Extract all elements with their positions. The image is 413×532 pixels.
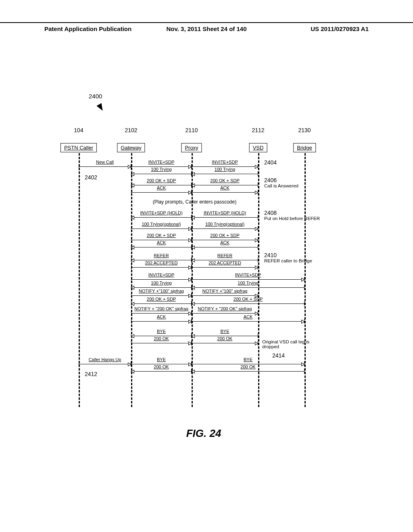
- message-label: 200 OK: [131, 336, 192, 341]
- message-label: BYE: [192, 329, 258, 334]
- message-label: 200 OK + SDP: [131, 233, 192, 238]
- arrow-left-icon: [191, 216, 195, 220]
- reference-number: 2410: [264, 252, 277, 258]
- arrow-right-icon: [255, 227, 259, 231]
- message-label: INVITE+SDP: [192, 160, 258, 164]
- message-label: 100 Trying: [192, 281, 305, 285]
- diagram-ref: 2400: [89, 93, 102, 100]
- message-label: 202 ACCEPTED: [131, 260, 192, 265]
- reference-note: Call is Answered: [264, 183, 298, 188]
- lifeline-head: VSD: [249, 143, 267, 152]
- lane-number: 104: [74, 127, 83, 133]
- reference-note: Original VSD call leg is dropped: [262, 339, 319, 349]
- message-label: 200 OK + SDP: [131, 297, 192, 301]
- message-label: ACK: [131, 185, 192, 190]
- message: 200 OK: [192, 370, 305, 377]
- figure-caption: FIG. 24: [63, 427, 345, 440]
- arrow-left-icon: [131, 172, 134, 176]
- message-label: REFER: [192, 253, 258, 258]
- message-label: INVITE+SDP: [192, 272, 305, 277]
- reference-number: 2412: [85, 371, 97, 377]
- header-left: Patent Application Publication: [0, 25, 152, 32]
- message-label: BYE: [192, 357, 305, 362]
- arrow-right-icon: [255, 191, 259, 195]
- message: ACK: [192, 246, 258, 253]
- message-label: 200 OK: [192, 336, 258, 341]
- message-label: 100 Trying: [131, 167, 192, 172]
- message: ACK: [192, 191, 258, 198]
- message-label: ACK: [192, 314, 305, 319]
- arrow-left-icon: [131, 216, 134, 220]
- inline-note: (Play prompts, Caller enters passcode): [131, 199, 258, 205]
- sequence-diagram: 2400 FIG. 24 104PSTN Caller2102Gateway21…: [63, 73, 345, 415]
- message: 200 OK: [131, 342, 192, 349]
- reference-note: REFER caller to Bridge: [264, 258, 312, 263]
- lane-number: 2130: [298, 127, 311, 133]
- message-label: 100 Trying(optional): [192, 222, 258, 227]
- arrow-right-icon: [255, 266, 259, 270]
- message-label: Caller Hangs Up: [79, 357, 131, 362]
- arrow-right-icon: [255, 341, 259, 345]
- header-right: US 2011/0270923 A1: [261, 25, 413, 32]
- message-label: INVITE+SDP: [131, 160, 192, 164]
- header-mid: Nov. 3, 2011 Sheet 24 of 140: [152, 25, 261, 32]
- lifeline-head: PSTN Caller: [60, 143, 97, 152]
- message: Caller Hangs Up: [79, 363, 131, 370]
- lane-number: 2112: [252, 127, 264, 133]
- message: New Call: [79, 165, 131, 172]
- message: ACK: [192, 320, 305, 327]
- message-label: BYE: [131, 357, 192, 362]
- message-label: 200 OK: [192, 364, 305, 369]
- reference-number: 2406: [264, 177, 277, 183]
- message-label: 200 OK + SDP: [131, 178, 192, 183]
- lane-number: 2110: [185, 127, 198, 133]
- message-label: NOTIFY +"100" sipfrag: [131, 289, 192, 293]
- message-label: 202 ACCEPTED: [192, 260, 258, 265]
- lifeline-head: Gateway: [117, 143, 145, 152]
- reference-number: 2408: [264, 210, 277, 216]
- reference-note: Put on Hold before REFER: [264, 216, 320, 221]
- diagram-ref-arrow: [96, 103, 105, 112]
- message-label: 100 Trying: [192, 167, 258, 172]
- message-label: NOTIFY + "200 OK" sipfrag: [192, 306, 258, 311]
- message: ACK: [131, 191, 192, 198]
- message-label: 100 Trying(optional): [131, 222, 192, 227]
- reference-number: 2404: [264, 159, 277, 166]
- message-label: NOTIFY +"100" sipfrag: [192, 289, 258, 293]
- message-label: ACK: [131, 240, 192, 245]
- reference-number: 2402: [85, 174, 97, 181]
- message-label: 100 Trying: [131, 281, 192, 285]
- arrow-left-icon: [191, 172, 195, 176]
- message-label: BYE: [131, 329, 192, 334]
- message: ACK: [131, 246, 192, 253]
- arrow-left-icon: [191, 302, 195, 306]
- message: 200 OK: [131, 370, 192, 377]
- message-label: REFER: [131, 253, 192, 258]
- message-label: NOTIFY + "200 OK" sipfrag: [131, 306, 192, 311]
- arrow-left-icon: [131, 245, 134, 249]
- arrow-left-icon: [131, 302, 134, 306]
- arrow-left-icon: [191, 370, 195, 374]
- message: 200 OK: [192, 342, 258, 349]
- message: ACK: [131, 320, 192, 327]
- arrow-right-icon: [301, 320, 305, 324]
- message-label: INVITE+SDP (HOLD): [131, 210, 192, 215]
- arrow-left-icon: [131, 370, 134, 374]
- message-label: 200 OK + SDP: [192, 178, 258, 183]
- message-label: 200 OK + SDP: [192, 233, 258, 238]
- arrow-left-icon: [191, 245, 195, 249]
- lifeline-head: Proxy: [181, 143, 202, 152]
- message-label: 200 OK + SDP: [192, 297, 305, 301]
- message-label: ACK: [192, 240, 258, 245]
- message-label: INVITE+SDP: [131, 272, 192, 277]
- reference-number: 2414: [272, 352, 285, 359]
- page-header: Patent Application Publication Nov. 3, 2…: [0, 22, 413, 32]
- message-label: New Call: [79, 160, 131, 164]
- lifeline-head: Bridge: [293, 143, 316, 152]
- message-label: INVITE+SDP (HOLD): [192, 210, 258, 215]
- message-label: ACK: [131, 314, 192, 319]
- lane-number: 2102: [125, 127, 137, 133]
- message-label: ACK: [192, 185, 258, 190]
- message-label: 200 OK: [131, 364, 192, 369]
